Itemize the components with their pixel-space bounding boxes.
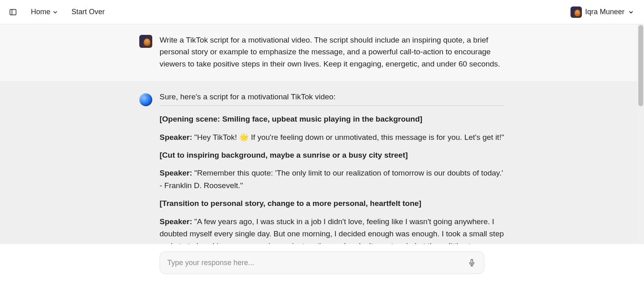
avatar xyxy=(139,35,152,48)
script-line: Speaker: "A few years ago, I was stuck i… xyxy=(160,216,505,244)
sidebar-toggle-button[interactable] xyxy=(6,6,19,19)
chevron-down-icon xyxy=(628,9,634,15)
assistant-avatar-icon xyxy=(139,93,152,106)
start-over-nav[interactable]: Start Over xyxy=(70,5,106,19)
speaker-label: Speaker: xyxy=(160,169,192,177)
microphone-icon xyxy=(468,259,475,266)
assistant-message-row: Sure, here's a script for a motivational… xyxy=(139,92,505,244)
home-label: Home xyxy=(31,8,50,16)
assistant-message-block: Sure, here's a script for a motivational… xyxy=(0,81,644,244)
home-nav[interactable]: Home xyxy=(29,5,60,19)
avatar xyxy=(571,6,582,18)
assistant-body: Sure, here's a script for a motivational… xyxy=(160,92,505,244)
chat-scroll-area[interactable]: Write a TikTok script for a motivational… xyxy=(0,24,644,244)
user-message-row: Write a TikTok script for a motivational… xyxy=(139,34,505,70)
scene-direction: [Transition to personal story, change to… xyxy=(160,197,505,210)
user-prompt-text: Write a TikTok script for a motivational… xyxy=(160,34,505,70)
input-area xyxy=(0,244,644,287)
assistant-intro-text: Sure, here's a script for a motivational… xyxy=(160,92,505,106)
svg-rect-0 xyxy=(10,9,16,15)
input-bar xyxy=(160,251,484,274)
speaker-text: "A few years ago, I was stuck in a job I… xyxy=(160,217,504,244)
start-over-label: Start Over xyxy=(71,8,105,16)
scrollbar-thumb[interactable] xyxy=(638,25,643,106)
speaker-label: Speaker: xyxy=(160,133,192,141)
microphone-button[interactable] xyxy=(467,258,477,268)
app-header: Home Start Over Iqra Muneer xyxy=(0,0,644,24)
scrollbar-track[interactable] xyxy=(638,24,644,244)
speaker-text: "Hey TikTok! 🌟 If you're feeling down or… xyxy=(192,133,504,141)
user-name-label: Iqra Muneer xyxy=(585,8,625,16)
speaker-text: "Remember this quote: 'The only limit to… xyxy=(160,169,503,189)
speaker-label: Speaker: xyxy=(160,217,192,226)
script-line: Speaker: "Remember this quote: 'The only… xyxy=(160,167,505,192)
header-left-group: Home Start Over xyxy=(6,5,106,19)
user-menu[interactable]: Iqra Muneer xyxy=(567,5,638,19)
user-message-block: Write a TikTok script for a motivational… xyxy=(0,24,644,81)
chevron-down-icon xyxy=(52,9,58,15)
panel-left-icon xyxy=(9,8,17,16)
script-line: Speaker: "Hey TikTok! 🌟 If you're feelin… xyxy=(160,131,505,144)
response-input[interactable] xyxy=(167,259,467,267)
scene-direction: [Opening scene: Smiling face, upbeat mus… xyxy=(160,113,505,125)
scene-direction: [Cut to inspiring background, maybe a su… xyxy=(160,149,505,161)
